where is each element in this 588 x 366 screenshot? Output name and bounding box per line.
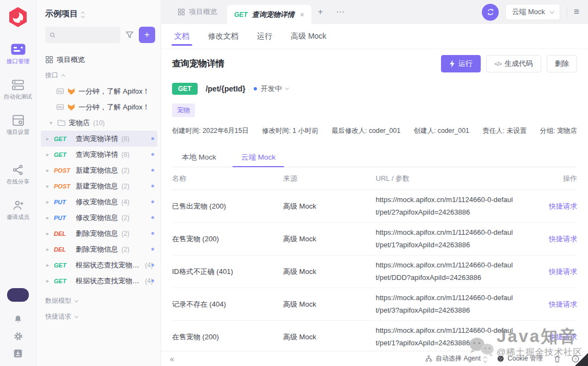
api-tree-item[interactable]: ▸ GET 根据状态查找宠物列表 (4) xyxy=(41,273,157,289)
caret-closed-icon[interactable]: ▸ xyxy=(45,278,51,284)
tab-edit-doc[interactable]: 修改文档 xyxy=(208,24,238,48)
doc-item[interactable]: 一分钟，了解 Apifox！ xyxy=(45,99,155,115)
api-tree-item[interactable]: ▸ DEL 删除宠物信息 (2) xyxy=(41,241,157,257)
caret-closed-icon[interactable]: ▸ xyxy=(45,262,51,268)
rail-item-label: 在线分享 xyxy=(7,178,29,186)
api-tree-item[interactable]: ▸ PUT 修改宠物信息 (4) xyxy=(41,194,157,210)
tab-api-detail[interactable]: GET 查询宠物详情 × xyxy=(227,5,311,24)
api-tree-item[interactable]: ▸ POST 新建宠物信息 (2) xyxy=(41,162,157,178)
caret-closed-icon[interactable]: ▸ xyxy=(45,230,51,236)
rail-item-label: 项目设置 xyxy=(7,129,29,136)
tab-advanced-mock[interactable]: 高级 Mock xyxy=(291,24,326,48)
status-label: 开发中 xyxy=(261,84,282,94)
quick-request-link[interactable]: 快捷请求 xyxy=(531,267,577,277)
close-icon[interactable]: × xyxy=(300,10,304,19)
rail-item-online-share[interactable]: 在线分享 xyxy=(7,164,29,186)
meta-created-time: 创建时间: 2022年6月15日 xyxy=(172,126,249,136)
api-count: (2) xyxy=(121,167,130,174)
add-button[interactable]: + xyxy=(139,27,155,43)
caret-open-icon[interactable]: ▾ xyxy=(48,120,54,126)
caret-closed-icon[interactable]: ▸ xyxy=(45,183,51,189)
tab-title: 查询宠物详情 xyxy=(252,10,295,20)
api-tree-item[interactable]: ▸ GET 查询宠物详情 (8) xyxy=(41,131,157,147)
rail-item-api-management[interactable]: 接口管理 xyxy=(7,44,29,65)
search-icon xyxy=(50,32,56,39)
rail-item-project-settings[interactable]: 项目设置 xyxy=(7,115,29,136)
doc-item[interactable]: 一分钟，了解 Apifox！ xyxy=(45,83,155,99)
quick-request-link[interactable]: 快捷请求 xyxy=(531,202,577,211)
rail-item-invite-members[interactable]: 邀请成员 xyxy=(7,200,29,221)
api-title: 新建宠物信息 xyxy=(76,181,118,191)
method-label: PUT xyxy=(54,215,72,221)
settings-button[interactable] xyxy=(13,331,23,341)
delete-button[interactable]: 删除 xyxy=(547,55,577,72)
api-tree-item[interactable]: ▸ GET 根据状态查找宠物列表 (4) xyxy=(41,257,157,273)
add-tab-button[interactable]: + xyxy=(311,7,329,17)
section-api[interactable]: 接口 xyxy=(45,68,155,83)
tab-project-overview[interactable]: 项目概览 xyxy=(168,7,227,17)
lightning-icon xyxy=(449,60,455,68)
status-dot xyxy=(254,87,257,90)
markdown-icon xyxy=(56,87,64,95)
collapse-sidebar-button[interactable]: « xyxy=(170,355,174,363)
notifications-button[interactable] xyxy=(13,314,23,324)
caret-closed-icon[interactable]: ▸ xyxy=(45,151,51,157)
caret-closed-icon[interactable]: ▸ xyxy=(45,246,51,252)
filter-icon[interactable] xyxy=(125,30,134,39)
meta-row: 创建时间: 2022年6月15日 修改时间: 1 小时前 最后修改人: code… xyxy=(172,126,577,136)
mock-url: https://mock.apifox.cn/m1/1124660-0-defa… xyxy=(376,194,531,219)
gear-icon xyxy=(13,331,23,341)
folder-pet-store[interactable]: ▾ 宠物店 (10) xyxy=(45,115,155,131)
column-action: 操作 xyxy=(531,174,577,184)
tab-run[interactable]: 运行 xyxy=(257,24,272,48)
run-button[interactable]: 运行 xyxy=(441,55,481,72)
quick-request-link[interactable]: 快捷请求 xyxy=(531,234,577,244)
user-avatar[interactable] xyxy=(7,288,29,302)
caret-closed-icon[interactable]: ▸ xyxy=(45,215,51,221)
tab-cloud-mock[interactable]: 云端 Mock xyxy=(231,148,285,167)
mock-name: ID格式不正确 (401) xyxy=(172,267,283,277)
caret-closed-icon[interactable]: ▸ xyxy=(45,167,51,173)
meta-modified-time: 修改时间: 1 小时前 xyxy=(262,126,318,136)
agent-select[interactable]: 自动选择 Agent xyxy=(425,354,486,363)
rail-item-automated-testing[interactable]: 自动化测试 xyxy=(4,80,33,101)
search-input[interactable] xyxy=(59,31,116,39)
search-box[interactable] xyxy=(45,27,120,43)
apifox-logo[interactable] xyxy=(8,7,28,29)
project-switcher[interactable]: 示例项目 xyxy=(45,9,155,19)
fox-icon xyxy=(68,88,75,95)
quick-request-link[interactable]: 快捷请求 xyxy=(531,332,577,342)
tab-doc[interactable]: 文档 xyxy=(174,24,189,48)
sync-icon xyxy=(486,8,495,16)
caret-closed-icon[interactable]: ▸ xyxy=(45,136,51,142)
mock-table-row: 在售宠物 (200) 高级 Mock https://mock.apifox.c… xyxy=(172,223,577,255)
mock-name: 在售宠物 (200) xyxy=(172,234,283,244)
sync-button[interactable] xyxy=(482,4,499,21)
section-quick-request[interactable]: 快捷请求 xyxy=(45,309,155,325)
generate-code-button[interactable]: </> 生成代码 xyxy=(486,55,541,72)
status-select[interactable]: 开发中 xyxy=(254,84,289,94)
api-tree-item[interactable]: ▸ DEL 删除宠物信息 (2) xyxy=(41,225,157,241)
method-label: POST xyxy=(54,183,72,190)
more-tabs-button[interactable]: ··· xyxy=(329,7,351,17)
api-tree-item[interactable]: ▸ GET 查询宠物详情 (8) xyxy=(41,147,157,162)
run-button-label: 运行 xyxy=(458,59,473,69)
menu-icon[interactable]: ≡ xyxy=(574,7,579,17)
sidebar-item-overview[interactable]: 项目概览 xyxy=(45,52,155,68)
sidebar-toolbar: + xyxy=(45,27,155,43)
download-button[interactable] xyxy=(13,349,23,358)
endpoint-row: GET /pet/{petId} 开发中 xyxy=(172,81,577,97)
section-data-models[interactable]: 数据模型 xyxy=(45,293,155,309)
mock-source: 高级 Mock xyxy=(283,267,376,277)
tag-badge[interactable]: 宠物 xyxy=(172,103,195,117)
env-select[interactable]: 云端 Mock xyxy=(505,4,560,20)
modified-indicator-dot xyxy=(151,248,154,251)
cookie-manager[interactable]: Cookie 管理 xyxy=(497,354,543,363)
clear-button[interactable] xyxy=(554,355,561,363)
caret-closed-icon[interactable]: ▸ xyxy=(45,199,51,205)
api-tree-item[interactable]: ▸ POST 新建宠物信息 (2) xyxy=(41,178,157,194)
api-tree-item[interactable]: ▸ PUT 修改宠物信息 (2) xyxy=(41,210,157,225)
quick-request-link[interactable]: 快捷请求 xyxy=(531,300,577,309)
mock-source: 高级 Mock xyxy=(283,300,376,309)
tab-local-mock[interactable]: 本地 Mock xyxy=(172,148,226,167)
